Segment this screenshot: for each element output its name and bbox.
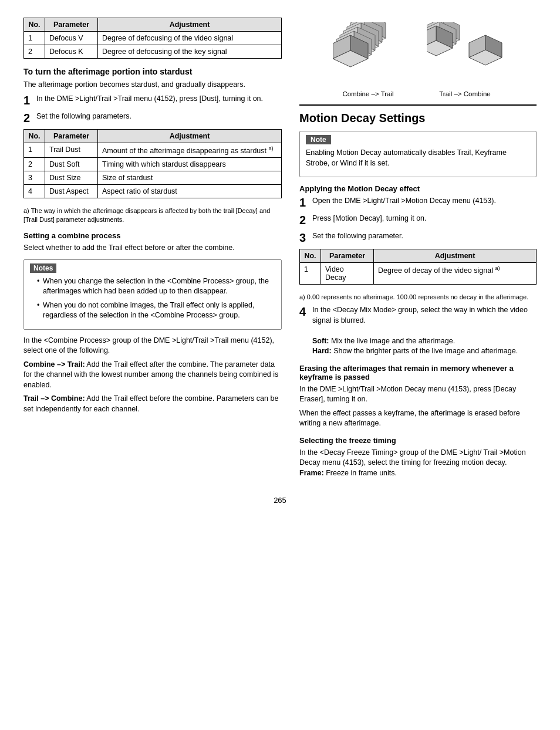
step-1-text: In the DME >Light/Trail >Trail menu (415… bbox=[36, 94, 282, 104]
th-no: No. bbox=[300, 249, 321, 263]
applying-heading: Applying the Motion Decay effect bbox=[299, 184, 537, 193]
right-step-4-text: In the <Decay Mix Mode> group, select th… bbox=[312, 305, 537, 357]
stardust-intro: The afterimage portion becomes stardust,… bbox=[23, 80, 282, 90]
step4-soft-term: Soft: bbox=[312, 337, 329, 345]
notes-label: Notes bbox=[30, 263, 56, 273]
two-column-layout: No. Parameter Adjustment 1 Defocus V Deg… bbox=[23, 18, 537, 482]
right-step-2-number: 2 bbox=[299, 214, 312, 227]
th-parameter: Parameter bbox=[45, 129, 98, 143]
right-step-1-row: 1 Open the DME >Light/Trail >Motion Deca… bbox=[299, 196, 537, 209]
list-item: When you change the selection in the <Co… bbox=[37, 276, 275, 297]
combine-arrow2: Trail –> Combine: Add the Trail effect b… bbox=[23, 394, 282, 414]
th-adjustment: Adjustment bbox=[98, 18, 282, 32]
note-text: Enabling Motion Decay automatically disa… bbox=[306, 148, 530, 168]
right-step-4-number: 4 bbox=[299, 305, 312, 318]
step-1-number: 1 bbox=[23, 94, 36, 107]
step-1-row: 1 In the DME >Light/Trail >Trail menu (4… bbox=[23, 94, 282, 107]
combine-body1: In the <Combine Process> group of the DM… bbox=[23, 336, 282, 356]
step-2-number: 2 bbox=[23, 111, 36, 124]
erasing-heading: Erasing the afterimages that remain in m… bbox=[299, 364, 537, 381]
note-label: Note bbox=[306, 135, 331, 144]
combine-arrow1: Combine –> Trail: Add the Trail effect a… bbox=[23, 360, 282, 391]
left-column: No. Parameter Adjustment 1 Defocus V Deg… bbox=[23, 18, 282, 482]
combine-arrow2-term: Trail –> Combine: bbox=[23, 394, 85, 403]
main-heading: Motion Decay Settings bbox=[299, 111, 537, 125]
defocus-table: No. Parameter Adjustment 1 Defocus V Deg… bbox=[23, 18, 282, 59]
notes-list: When you change the selection in the <Co… bbox=[37, 276, 275, 321]
cube-group-trail-combine: Trail –> Combine bbox=[427, 22, 503, 97]
th-adjustment: Adjustment bbox=[374, 249, 537, 263]
page: No. Parameter Adjustment 1 Defocus V Deg… bbox=[0, 0, 560, 730]
combine-arrow1-term: Combine –> Trail: bbox=[23, 360, 85, 369]
right-footnote-a: a) 0.00 represents no afterimage. 100.00… bbox=[299, 293, 537, 302]
table-row: 2 Dust Soft Timing with which stardust d… bbox=[24, 157, 282, 171]
video-decay-table: No. Parameter Adjustment 1 VideoDecay De… bbox=[299, 249, 537, 285]
th-no: No. bbox=[24, 129, 45, 143]
section-divider bbox=[299, 104, 537, 106]
th-parameter: Parameter bbox=[45, 18, 98, 32]
cube-illustration-area: Combine –> Trail bbox=[299, 18, 537, 97]
step-2-text: Set the following parameters. bbox=[36, 111, 282, 122]
th-no: No. bbox=[24, 18, 45, 32]
step-2-row: 2 Set the following parameters. bbox=[23, 111, 282, 124]
right-step-2-text: Press [Motion Decay], turning it on. bbox=[312, 214, 537, 224]
right-step-3-row: 3 Set the following parameter. bbox=[299, 231, 537, 244]
table-row: 1 Defocus V Degree of defocusing of the … bbox=[24, 32, 282, 45]
right-step-1-text: Open the DME >Light/Trail >Motion Decay … bbox=[312, 196, 537, 207]
cube-svg-1 bbox=[333, 22, 403, 87]
freeze-frame-text: Freeze in frame units. bbox=[324, 469, 397, 477]
combine-intro: Select whether to add the Trail effect b… bbox=[23, 243, 282, 254]
th-parameter: Parameter bbox=[321, 249, 374, 263]
right-column: Combine –> Trail bbox=[299, 18, 537, 482]
page-number: 265 bbox=[23, 496, 537, 505]
table-row: 4 Dust Aspect Aspect ratio of stardust bbox=[24, 184, 282, 198]
freeze-frame-term: Frame: bbox=[299, 469, 324, 477]
step4-soft-text: Mix the live image and the afterimage. bbox=[329, 337, 455, 345]
combine-heading: Setting a combine process bbox=[23, 231, 282, 240]
right-step-4-row: 4 In the <Decay Mix Mode> group, select … bbox=[299, 305, 537, 357]
stardust-heading: To turn the afterimage portion into star… bbox=[23, 67, 282, 76]
notes-box: Notes When you change the selection in t… bbox=[23, 259, 282, 330]
cube-svg-2 bbox=[427, 22, 503, 87]
table-row: 1 VideoDecay Degree of decay of the vide… bbox=[300, 263, 537, 285]
step4-hard-text: Show the brighter parts of the live imag… bbox=[332, 347, 518, 355]
table-row: 3 Dust Size Size of stardust bbox=[24, 171, 282, 184]
cube-row: Combine –> Trail bbox=[333, 22, 503, 97]
right-step-1-number: 1 bbox=[299, 196, 312, 209]
table-row: 2 Defocus K Degree of defocusing of the … bbox=[24, 45, 282, 59]
cube-group-combine-trail: Combine –> Trail bbox=[333, 22, 403, 97]
right-step-3-text: Set the following parameter. bbox=[312, 231, 537, 242]
list-item: When you do not combine images, the Trai… bbox=[37, 300, 275, 321]
footnote-a: a) The way in which the afterimage disap… bbox=[23, 207, 282, 225]
right-step-3-number: 3 bbox=[299, 231, 312, 244]
freeze-heading: Selecting the freeze timing bbox=[299, 436, 537, 445]
freeze-body: In the <Decay Freeze Timing> group of th… bbox=[299, 448, 537, 479]
erasing-body1: In the DME >Light/Trail >Motion Decay me… bbox=[299, 384, 537, 405]
cube-label-2: Trail –> Combine bbox=[439, 90, 490, 97]
right-step-2-row: 2 Press [Motion Decay], turning it on. bbox=[299, 214, 537, 227]
dust-table: No. Parameter Adjustment 1 Trail Dust Am… bbox=[23, 129, 282, 198]
cube-label-1: Combine –> Trail bbox=[342, 90, 393, 97]
th-adjustment: Adjustment bbox=[98, 129, 282, 143]
erasing-body2: When the effect passes a keyframe, the a… bbox=[299, 408, 537, 429]
table-row: 1 Trail Dust Amount of the afterimage di… bbox=[24, 143, 282, 157]
note-box: Note Enabling Motion Decay automatically… bbox=[299, 131, 537, 177]
step4-hard-term: Hard: bbox=[312, 347, 332, 355]
